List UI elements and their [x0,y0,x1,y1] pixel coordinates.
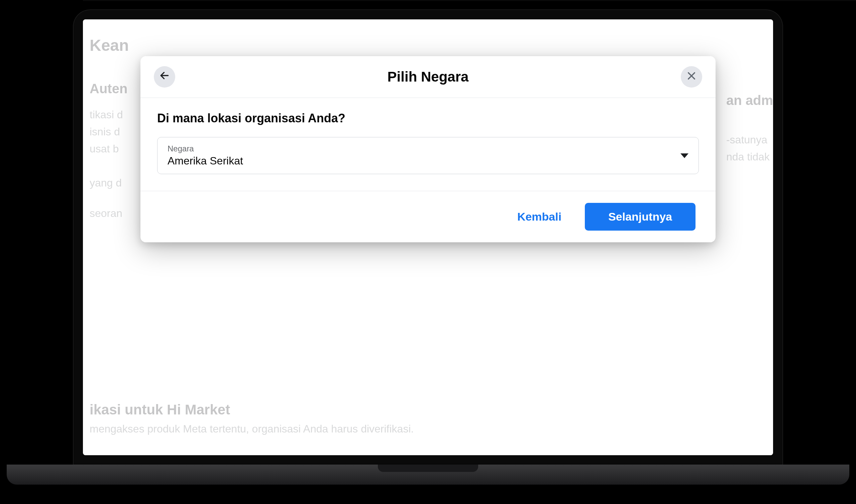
laptop-base [7,465,849,485]
arrow-left-icon [159,70,170,84]
close-icon [687,71,696,83]
laptop-notch [378,465,478,472]
modal-body: Di mana lokasi organisasi Anda? Negara A… [140,98,716,191]
country-select[interactable]: Negara Amerika Serikat [157,137,699,174]
laptop-body: Kean Auten tikasi d isnis d usat b yang … [74,10,782,465]
back-icon-button[interactable] [154,66,175,88]
modal-question: Di mana lokasi organisasi Anda? [157,111,699,125]
select-label: Negara [167,144,243,154]
screen-content: Kean Auten tikasi d isnis d usat b yang … [83,19,773,455]
chevron-down-icon [680,154,689,158]
device-label: MacBook Pro [83,0,856,1]
laptop-frame: Kean Auten tikasi d isnis d usat b yang … [0,0,856,504]
next-button[interactable]: Selanjutnya [585,203,696,231]
modal-header: Pilih Negara [140,56,716,98]
modal-footer: Kembali Selanjutnya [140,191,716,242]
country-select-modal: Pilih Negara Di mana lokasi organisas [140,56,716,242]
close-button[interactable] [681,66,702,88]
modal-title: Pilih Negara [175,69,681,85]
select-content: Negara Amerika Serikat [167,144,243,167]
select-value: Amerika Serikat [167,155,243,167]
back-button[interactable]: Kembali [507,204,571,229]
modal-overlay: Pilih Negara Di mana lokasi organisas [83,19,773,455]
